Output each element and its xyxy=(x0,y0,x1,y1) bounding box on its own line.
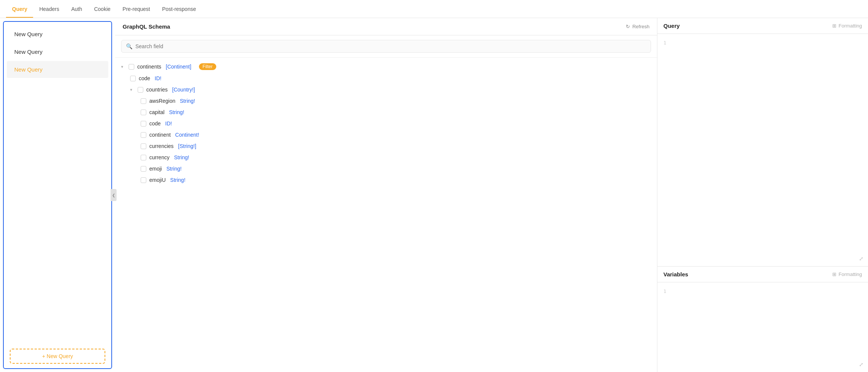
variables-code-area: 1 ⤢ xyxy=(657,282,868,372)
field-type-continents: [Continent] xyxy=(166,64,191,70)
schema-panel-header: GraphQL Schema ↻ Refresh xyxy=(115,18,657,35)
schema-panel-title: GraphQL Schema xyxy=(123,23,170,30)
field-name-emoji: emoji xyxy=(149,166,162,172)
chevron-down-icon-countries: ▾ xyxy=(130,87,135,92)
checkbox-continents[interactable] xyxy=(129,64,134,70)
field-name-currency: currency xyxy=(149,154,170,160)
query-formatting-label: Formatting xyxy=(839,23,862,29)
variables-line-numbers: 1 xyxy=(663,287,666,367)
tree-item-capital[interactable]: capital String! xyxy=(115,107,657,118)
field-name-continents: continents xyxy=(137,64,161,70)
sidebar-collapse-handle[interactable]: ❮ xyxy=(111,189,117,201)
tab-cookie[interactable]: Cookie xyxy=(88,1,117,17)
search-input[interactable] xyxy=(135,43,646,49)
field-type-country-code: ID! xyxy=(165,120,172,127)
query-code-editor[interactable] xyxy=(672,38,862,262)
search-input-wrapper: 🔍 xyxy=(121,40,651,53)
checkbox-countries[interactable] xyxy=(138,87,143,93)
tab-query[interactable]: Query xyxy=(6,1,33,17)
checkbox-capital[interactable] xyxy=(141,110,146,115)
refresh-label: Refresh xyxy=(632,24,649,29)
query-formatting-button[interactable]: ⊞ Formatting xyxy=(832,23,862,29)
query-pane: Query ⊞ Formatting 1 ⤢ xyxy=(657,18,868,267)
tree-item-continent-field[interactable]: continent Continent! xyxy=(115,129,657,140)
tree-item-continents[interactable]: ▾ continents [Continent] Filter xyxy=(115,61,657,73)
query-pane-header: Query ⊞ Formatting xyxy=(657,18,868,34)
formatting-icon: ⊞ xyxy=(832,23,836,29)
tree-item-currencies[interactable]: currencies [String!] xyxy=(115,140,657,152)
search-icon: 🔍 xyxy=(126,43,132,49)
tab-bar: Query Headers Auth Cookie Pre-request Po… xyxy=(0,0,868,18)
variables-pane-header: Variables ⊞ Formatting xyxy=(657,267,868,282)
sidebar-item-query-1[interactable]: New Query xyxy=(7,26,108,43)
tab-post-response[interactable]: Post-response xyxy=(156,1,202,17)
query-expand-icon[interactable]: ⤢ xyxy=(859,256,863,262)
schema-tree: ▾ continents [Continent] Filter code ID!… xyxy=(115,58,657,372)
variables-pane: Variables ⊞ Formatting 1 ⤢ xyxy=(657,267,868,372)
sidebar-item-query-2[interactable]: New Query xyxy=(7,43,108,60)
field-type-continent-code: ID! xyxy=(155,75,161,81)
variables-formatting-button[interactable]: ⊞ Formatting xyxy=(832,271,862,277)
tree-item-currency[interactable]: currency String! xyxy=(115,152,657,163)
field-type-currencies: [String!] xyxy=(178,143,196,149)
field-name-awsregion: awsRegion xyxy=(149,98,175,104)
field-type-capital: String! xyxy=(169,109,184,115)
checkbox-emojiu[interactable] xyxy=(141,177,146,183)
variables-pane-title: Variables xyxy=(663,271,688,277)
field-name-continent-code: code xyxy=(139,75,150,81)
add-query-button[interactable]: + New Query xyxy=(10,349,105,364)
checkbox-emoji[interactable] xyxy=(141,166,146,172)
sidebar-item-query-3[interactable]: New Query xyxy=(7,61,108,78)
variables-formatting-icon: ⊞ xyxy=(832,271,836,277)
right-panel: Query ⊞ Formatting 1 ⤢ Variables ⊞ Forma… xyxy=(657,18,868,372)
field-name-emojiu: emojiU xyxy=(149,177,166,183)
tree-item-country-code[interactable]: code ID! xyxy=(115,118,657,129)
refresh-button[interactable]: ↻ Refresh xyxy=(626,24,649,29)
checkbox-continent-code[interactable] xyxy=(130,76,136,81)
field-name-capital: capital xyxy=(149,109,164,115)
field-type-emoji: String! xyxy=(166,166,181,172)
tree-item-continent-code[interactable]: code ID! xyxy=(115,73,657,84)
refresh-icon: ↻ xyxy=(626,24,630,29)
tab-headers[interactable]: Headers xyxy=(33,1,65,17)
tab-pre-request[interactable]: Pre-request xyxy=(117,1,156,17)
checkbox-currencies[interactable] xyxy=(141,143,146,149)
filter-badge-continents[interactable]: Filter xyxy=(199,63,217,70)
field-name-currencies: currencies xyxy=(149,143,174,149)
field-name-continent-field: continent xyxy=(149,132,171,138)
checkbox-currency[interactable] xyxy=(141,155,146,160)
tab-auth[interactable]: Auth xyxy=(65,1,88,17)
checkbox-awsregion[interactable] xyxy=(141,98,146,104)
sidebar-query-list: New Query New Query New Query xyxy=(4,22,111,344)
query-line-numbers: 1 xyxy=(663,38,666,262)
chevron-down-icon: ▾ xyxy=(121,64,126,69)
field-type-awsregion: String! xyxy=(180,98,195,104)
sidebar: New Query New Query New Query ❮ + New Qu… xyxy=(3,21,112,369)
variables-formatting-label: Formatting xyxy=(839,271,862,277)
tree-item-emoji[interactable]: emoji String! xyxy=(115,163,657,174)
field-type-continent-field: Continent! xyxy=(175,132,199,138)
field-name-countries: countries xyxy=(146,87,168,93)
variables-code-editor[interactable] xyxy=(672,287,862,367)
query-code-area: 1 ⤢ xyxy=(657,34,868,266)
main-layout: New Query New Query New Query ❮ + New Qu… xyxy=(0,18,868,372)
field-type-countries: [Country!] xyxy=(172,87,195,93)
tree-item-countries[interactable]: ▾ countries [Country!] xyxy=(115,84,657,95)
query-pane-title: Query xyxy=(663,23,680,29)
field-type-currency: String! xyxy=(174,154,189,160)
field-name-country-code: code xyxy=(149,120,161,127)
search-bar: 🔍 xyxy=(115,35,657,58)
checkbox-continent-field[interactable] xyxy=(141,132,146,138)
variables-expand-icon[interactable]: ⤢ xyxy=(859,361,863,367)
chevron-left-icon: ❮ xyxy=(112,193,115,197)
schema-panel: GraphQL Schema ↻ Refresh 🔍 ▾ continents … xyxy=(115,18,657,372)
sidebar-footer: + New Query xyxy=(4,344,111,368)
tree-item-awsregion[interactable]: awsRegion String! xyxy=(115,95,657,107)
field-type-emojiu: String! xyxy=(170,177,185,183)
tree-item-emojiu[interactable]: emojiU String! xyxy=(115,174,657,186)
checkbox-country-code[interactable] xyxy=(141,121,146,127)
